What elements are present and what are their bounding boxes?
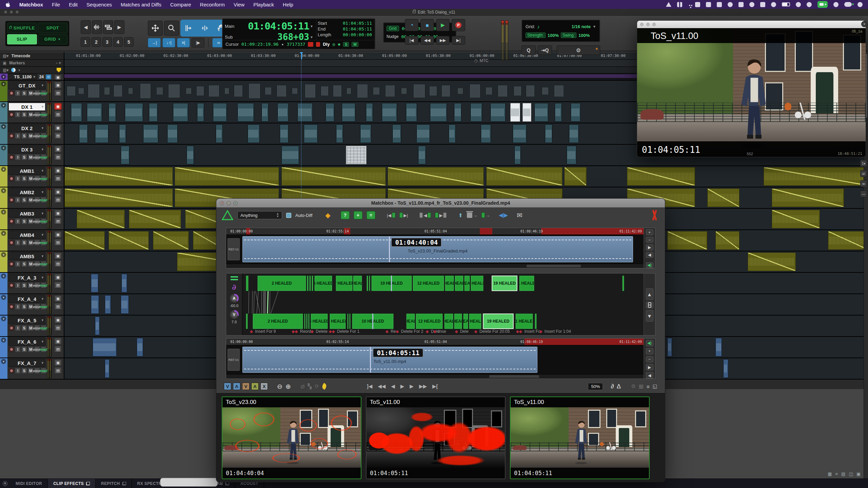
video-window-titlebar[interactable]	[637, 21, 866, 28]
menu-item-compare[interactable]: Compare	[170, 2, 191, 7]
target-ruler[interactable]: 01:00:00:0001:02:55:1401:05:51:0401:08:4…	[226, 339, 644, 345]
record-enable-button[interactable]	[8, 154, 14, 160]
edit-annotation[interactable]: ◆ Delete For 2	[396, 329, 423, 334]
track-name[interactable]: FX_A_4▼	[8, 295, 45, 303]
waveform-burst[interactable]	[209, 85, 219, 97]
play-reverse-button[interactable]: ◀	[646, 372, 653, 379]
zoom-in-icon[interactable]: ⊕	[285, 383, 291, 390]
mute-diff-icon[interactable]: Ø	[301, 384, 305, 389]
collapse-icon[interactable]: ▾	[1, 74, 6, 79]
record-enable-button[interactable]	[8, 346, 14, 352]
tab-menu-button[interactable]: ▼	[0, 479, 10, 488]
waveform-burst[interactable]	[105, 87, 110, 95]
delay-indicator[interactable]: Dly	[323, 42, 330, 47]
waveform-burst[interactable]	[129, 88, 133, 94]
zoom-preset-1[interactable]: 1	[81, 37, 90, 47]
window-menu-icon[interactable]: ▼	[861, 21, 867, 27]
waveform-burst[interactable]	[277, 85, 286, 97]
audio-clip[interactable]	[346, 146, 367, 164]
comments-button[interactable]: ▤	[54, 260, 62, 267]
menu-app[interactable]: Matchbox	[19, 2, 43, 7]
menu-item-sequences[interactable]: Sequences	[86, 2, 112, 7]
automation-mode-selector[interactable]: read	[41, 240, 46, 246]
comments-button[interactable]: ▤	[54, 196, 62, 203]
waveform-burst[interactable]	[498, 85, 507, 97]
audio-clip[interactable]	[707, 188, 739, 207]
equal-match-button[interactable]: =	[367, 211, 375, 219]
healed-segment[interactable]: 19 HEALED	[483, 313, 514, 329]
waveform-burst[interactable]	[514, 86, 521, 96]
audio-clip[interactable]	[304, 124, 317, 143]
audio-clip[interactable]	[71, 103, 82, 122]
settings-gear-icon[interactable]: ⚙	[631, 383, 635, 389]
audio-clip[interactable]	[564, 167, 587, 186]
healed-segment[interactable]: 21 HEALED	[515, 313, 533, 329]
audio-clip[interactable]	[342, 103, 355, 122]
record-enable-button[interactable]	[8, 133, 14, 139]
screen-recording-icon[interactable]	[817, 1, 828, 8]
hand-app-icon[interactable]	[749, 2, 754, 7]
track-height-button[interactable]: 1▾	[860, 160, 867, 167]
audio-clip[interactable]	[143, 124, 158, 143]
zoom-preset-2[interactable]: 2	[92, 37, 101, 47]
input-monitor-button[interactable]: I	[15, 346, 21, 352]
layout-icon[interactable]: ◱	[653, 383, 657, 389]
waveform-view-selector[interactable]: wave	[34, 133, 40, 139]
matchbox-window-controls[interactable]: ✕−+	[220, 201, 238, 205]
record-enable-button[interactable]	[8, 111, 14, 118]
audio-clip[interactable]	[555, 103, 562, 122]
tab-midi-editor[interactable]: MIDI EDITOR	[10, 479, 48, 488]
record-enable-button[interactable]	[8, 90, 14, 96]
track-name[interactable]: GT_DX▼	[8, 81, 45, 89]
mode-spot[interactable]: SPOT	[38, 23, 68, 33]
audio-clip[interactable]	[64, 231, 105, 250]
menu-item-file[interactable]: File	[52, 2, 60, 7]
track-window-button[interactable]: ▣	[54, 82, 62, 88]
segment-sliver[interactable]	[246, 313, 248, 329]
comments-button[interactable]: ▤	[54, 154, 62, 160]
input-monitor-button[interactable]: I	[15, 282, 21, 288]
audio-clip[interactable]	[93, 338, 117, 357]
audio-clip[interactable]	[186, 146, 194, 164]
waveform-burst[interactable]	[197, 86, 204, 96]
audio-clip[interactable]	[129, 210, 181, 228]
healed-segment[interactable]: 2 HEALED	[253, 313, 303, 329]
comments-button[interactable]: ▤	[54, 324, 62, 331]
healed-segment[interactable]: 6 HEALED	[314, 276, 332, 291]
solo-button[interactable]: S	[21, 325, 27, 331]
collapse-icon[interactable]: ▾	[1, 316, 6, 321]
track-window-button[interactable]: ▣	[54, 338, 62, 345]
waveform-burst[interactable]	[527, 85, 535, 97]
play-reverse-button[interactable]: ◀	[646, 252, 653, 258]
video-preview-window[interactable]: ToS_v11.00 05_1a 01:04:05:11 552 18:48:5…	[637, 20, 866, 157]
menu-item-matches-and-diffs[interactable]: Matches and Diffs	[121, 2, 161, 7]
online-indicator-icon[interactable]: O	[46, 75, 51, 79]
healed-segment[interactable]: 18 HEALED	[471, 276, 484, 291]
go-first-button[interactable]: ]◀	[367, 383, 373, 389]
track-name[interactable]: AMB5▼	[8, 252, 45, 260]
waveform-zoom-icon[interactable]	[92, 20, 102, 34]
audio-clip[interactable]	[64, 167, 173, 186]
waveform-view-selector[interactable]: wave	[34, 240, 40, 246]
reference-lane[interactable]: REF.V1 ToS_v23.00_FinalGraded.mp4 01:04:…	[226, 235, 644, 264]
automation-mode-selector[interactable]: read	[41, 90, 46, 96]
automation-mode-selector[interactable]: read	[41, 176, 46, 182]
thumbnail-card-0[interactable]: ToS_v23.0001:04:40:04	[222, 396, 361, 479]
audio-clip[interactable]	[569, 124, 578, 143]
track-window-button[interactable]: ▣	[54, 252, 62, 259]
audio-clip[interactable]	[64, 188, 173, 207]
delete-forward-button[interactable]: →	[467, 212, 477, 218]
audio-clip[interactable]	[392, 124, 401, 143]
waveform-view-selector[interactable]: wave	[34, 176, 40, 182]
solo-button[interactable]: S	[21, 346, 27, 352]
track-window-button[interactable]: ▣	[54, 146, 62, 152]
audio-clip[interactable]	[108, 103, 116, 122]
menu-item-view[interactable]: View	[234, 2, 244, 7]
audio-clip[interactable]	[105, 295, 111, 314]
solo-button[interactable]: S	[21, 304, 27, 310]
prev-button[interactable]: ◀	[391, 383, 395, 389]
audio-clip[interactable]	[121, 274, 127, 292]
audio-clip[interactable]	[153, 231, 189, 250]
comments-button[interactable]: ▤	[54, 89, 62, 96]
sort-button[interactable]: az	[860, 170, 867, 177]
